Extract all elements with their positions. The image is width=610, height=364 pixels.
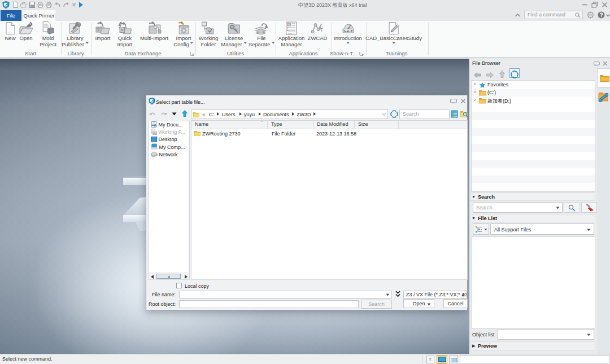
svg-text:S-n-T: S-n-T (343, 29, 353, 33)
